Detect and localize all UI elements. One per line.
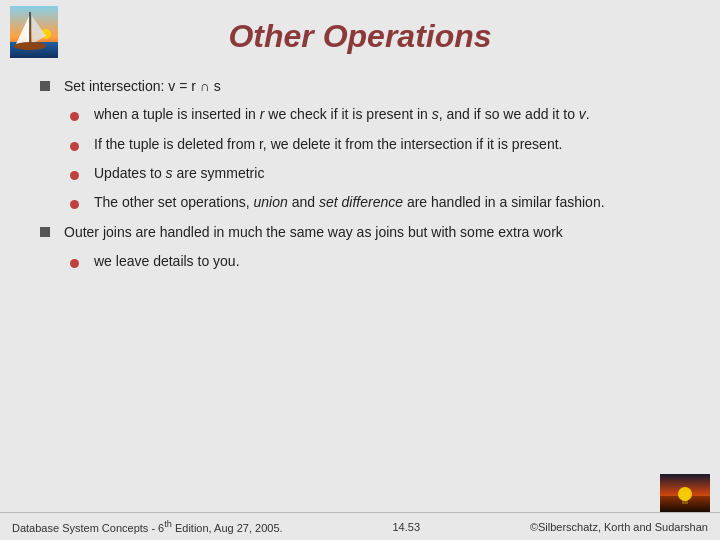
circle-bullet-icon-5 bbox=[70, 253, 88, 273]
sub-bullet-1-2-text: If the tuple is deleted from r, we delet… bbox=[94, 134, 680, 154]
bullet2-label: Outer joins are handled in much the same… bbox=[64, 222, 680, 242]
sub-bullet-1-3-text: Updates to s are symmetric bbox=[94, 163, 680, 183]
circle-bullet-icon-4 bbox=[70, 194, 88, 214]
sunset-thumbnail bbox=[660, 474, 710, 512]
sub-bullet-1-4-text: The other set operations, union and set … bbox=[94, 192, 680, 212]
bullet-outer-joins: Outer joins are handled in much the same… bbox=[40, 222, 680, 242]
square-bullet-icon-1 bbox=[40, 78, 58, 91]
footer: Database System Concepts - 6th Edition, … bbox=[0, 512, 720, 540]
svg-rect-10 bbox=[682, 496, 688, 504]
footer-left-text: Database System Concepts - 6th Edition, … bbox=[12, 519, 283, 534]
square-bullet-icon-2 bbox=[40, 224, 58, 237]
sub-bullet-2-1-text: we leave details to you. bbox=[94, 251, 680, 271]
svg-point-6 bbox=[14, 42, 46, 50]
bullet1-label: Set intersection: v = r ∩ s bbox=[64, 76, 680, 96]
header: Other Operations bbox=[0, 0, 720, 70]
sub-bullet-1-2: If the tuple is deleted from r, we delet… bbox=[70, 134, 680, 156]
sub-bullets-1: when a tuple is inserted in r we check i… bbox=[70, 104, 680, 214]
sub-bullet-1-1-text: when a tuple is inserted in r we check i… bbox=[94, 104, 680, 124]
circle-bullet-icon-1 bbox=[70, 106, 88, 126]
sub-bullet-1-4: The other set operations, union and set … bbox=[70, 192, 680, 214]
sub-bullet-2-1: we leave details to you. bbox=[70, 251, 680, 273]
sub-bullets-2: we leave details to you. bbox=[70, 251, 680, 273]
sub-bullet-1-3: Updates to s are symmetric bbox=[70, 163, 680, 185]
bullet-set-intersection: Set intersection: v = r ∩ s bbox=[40, 76, 680, 96]
footer-page-number: 14.53 bbox=[392, 521, 420, 533]
main-content: Set intersection: v = r ∩ s when a tuple… bbox=[0, 70, 720, 512]
sailboat-logo bbox=[10, 6, 58, 58]
slide: Other Operations Set intersection: v = r… bbox=[0, 0, 720, 540]
sub-bullet-1-1: when a tuple is inserted in r we check i… bbox=[70, 104, 680, 126]
circle-bullet-icon-3 bbox=[70, 165, 88, 185]
circle-bullet-icon-2 bbox=[70, 136, 88, 156]
footer-copyright: ©Silberschatz, Korth and Sudarshan bbox=[530, 521, 708, 533]
slide-title: Other Operations bbox=[228, 18, 491, 55]
